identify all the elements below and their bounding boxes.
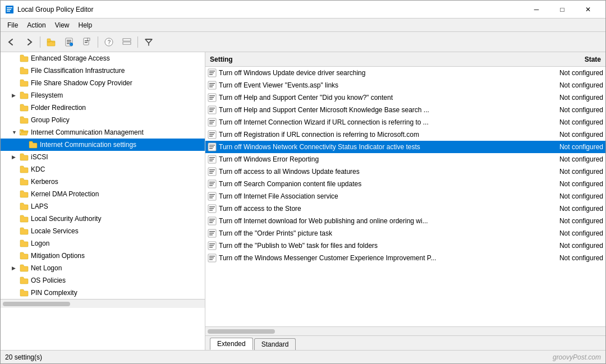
svg-rect-36 (209, 111, 213, 112)
svg-rect-74 (209, 231, 215, 232)
tree-item-kernel-dma[interactable]: Kernel DMA Protection (1, 188, 205, 200)
tree-item-pin-complexity[interactable]: PIN Complexity (1, 287, 205, 299)
expand-icon-iscsi[interactable]: ▶ (12, 154, 19, 160)
table-row[interactable]: Turn off Help and Support Center Microso… (205, 104, 605, 116)
folder-icon-internet-communication (20, 128, 29, 137)
tree-item-net-logon[interactable]: ▶ Net Logon (1, 262, 205, 274)
table-row[interactable]: Turn off Internet Connection Wizard if U… (205, 116, 605, 128)
tab-extended[interactable]: Extended (210, 338, 253, 350)
tree-item-folder-redirection[interactable]: Folder Redirection (1, 102, 205, 114)
folder-icon-logon (20, 239, 29, 248)
tree-label-net-logon: Net Logon (31, 264, 62, 272)
minimize-button[interactable]: ─ (524, 1, 549, 19)
expand-icon-net-logon[interactable]: ▶ (12, 265, 19, 271)
window-title: Local Group Policy Editor (17, 6, 524, 13)
row-setting-text: Turn off Windows Error Reporting (219, 155, 530, 163)
table-row[interactable]: Turn off the Windows Messenger Customer … (205, 252, 605, 264)
export-button[interactable] (79, 34, 95, 50)
svg-rect-42 (209, 132, 215, 133)
tree-item-kdc[interactable]: KDC (1, 163, 205, 176)
tree-item-iscsi[interactable]: ▶ iSCSI (1, 151, 205, 163)
row-setting-text: Turn off Internet File Association servi… (219, 192, 530, 200)
table-row[interactable]: Turn off Search Companion content file u… (205, 178, 605, 190)
tree-item-group-policy[interactable]: Group Policy (1, 114, 205, 126)
table-row[interactable]: Turn off the "Publish to Web" task for f… (205, 239, 605, 252)
tree-label-filesystem: Filesystem (31, 91, 63, 99)
table-row[interactable]: Turn off Windows Network Connectivity St… (205, 141, 605, 153)
table-row[interactable]: Turn off access to the StoreNot configur… (205, 202, 605, 215)
table-row[interactable]: Turn off Registration if URL connection … (205, 128, 605, 141)
filter-button[interactable] (140, 34, 157, 50)
tree-item-internet-communication-settings[interactable]: Internet Communication settings (1, 139, 205, 151)
tree-item-file-classification[interactable]: File Classification Infrastructure (1, 64, 205, 77)
svg-rect-52 (209, 160, 213, 162)
help-button[interactable]: ? (100, 34, 117, 50)
tree-item-local-security[interactable]: Local Security Authority (1, 213, 205, 225)
tree-item-filesystem[interactable]: ▶ Filesystem (1, 89, 205, 102)
table-row[interactable]: Turn off Windows Error ReportingNot conf… (205, 153, 605, 165)
folder-icon-filesystem (20, 91, 29, 100)
tree-item-enhanced-storage[interactable]: Enhanced Storage Access (1, 52, 205, 64)
table-row[interactable]: Turn off the "Order Prints" picture task… (205, 227, 605, 239)
table-row[interactable]: Turn off Windows Update device driver se… (205, 67, 605, 79)
svg-rect-32 (209, 99, 213, 100)
window: Local Group Policy Editor ─ □ ✕ File Act… (0, 0, 606, 364)
column-header-setting: Setting (208, 56, 530, 63)
tree-item-laps[interactable]: LAPS (1, 200, 205, 213)
toolbar: i ? (1, 32, 605, 52)
maximize-button[interactable]: □ (549, 1, 575, 19)
tree-label-laps: LAPS (31, 202, 48, 210)
row-state-text: Not configured (530, 192, 603, 200)
table-row[interactable]: Turn off Help and Support Center "Did yo… (205, 91, 605, 104)
svg-rect-26 (209, 83, 215, 84)
tree-item-file-share-shadow[interactable]: File Share Shadow Copy Provider (1, 77, 205, 89)
menu-view[interactable]: View (50, 20, 74, 30)
row-setting-text: Turn off the Windows Messenger Customer … (219, 254, 530, 262)
tree-item-internet-communication[interactable]: ▼ Internet Communication Management (1, 126, 205, 139)
svg-rect-63 (209, 196, 214, 197)
tree-item-locale-services[interactable]: Locale Services (1, 225, 205, 237)
menu-help[interactable]: Help (74, 20, 97, 30)
table-body[interactable]: Turn off Windows Update device driver se… (205, 67, 605, 326)
folder-icon-net-logon (20, 264, 29, 273)
row-state-text: Not configured (530, 69, 603, 77)
close-button[interactable]: ✕ (575, 1, 601, 19)
show-scope-button[interactable] (43, 34, 59, 50)
row-setting-icon (208, 204, 217, 213)
menu-action[interactable]: Action (22, 20, 50, 30)
tree-item-kerberos[interactable]: Kerberos (1, 176, 205, 188)
row-state-text: Not configured (530, 180, 603, 188)
right-panel: Setting State Turn off Windows Update de… (205, 52, 605, 350)
right-horizontal-scrollbar[interactable] (205, 326, 605, 335)
tree-item-os-policies[interactable]: OS Policies (1, 274, 205, 287)
tree-panel[interactable]: Enhanced Storage Access File Classificat… (1, 52, 205, 350)
back-button[interactable] (3, 34, 20, 50)
tab-standard[interactable]: Standard (254, 338, 296, 350)
svg-rect-48 (209, 148, 213, 149)
tree-horizontal-scrollbar[interactable] (1, 299, 205, 308)
menu-file[interactable]: File (3, 20, 22, 30)
svg-rect-38 (209, 120, 215, 121)
svg-rect-54 (209, 169, 215, 171)
table-row[interactable]: Turn off access to all Windows Update fe… (205, 165, 605, 178)
table-row[interactable]: Turn off Event Viewer "Events.asp" links… (205, 79, 605, 91)
tree-item-mitigation[interactable]: Mitigation Options (1, 250, 205, 262)
svg-rect-35 (209, 109, 214, 110)
table-row[interactable]: Turn off Internet download for Web publi… (205, 215, 605, 227)
row-setting-icon (208, 216, 217, 225)
folder-icon-group-policy (20, 116, 29, 125)
expand-icon-filesystem[interactable]: ▶ (12, 93, 19, 98)
expand-icon-internet-communication[interactable]: ▼ (12, 130, 19, 135)
svg-rect-30 (209, 95, 215, 96)
tree-scroll-thumb[interactable] (3, 302, 70, 306)
row-state-text: Not configured (530, 168, 603, 176)
view-button[interactable] (118, 34, 135, 50)
properties-button[interactable]: i (61, 34, 77, 50)
right-scroll-thumb[interactable] (208, 329, 275, 334)
svg-rect-56 (209, 173, 213, 174)
tree-item-logon[interactable]: Logon (1, 237, 205, 250)
table-row[interactable]: Turn off Internet File Association servi… (205, 190, 605, 202)
row-state-text: Not configured (530, 254, 603, 262)
tree-label-internet-communication-settings: Internet Communication settings (40, 141, 136, 149)
forward-button[interactable] (21, 34, 38, 50)
